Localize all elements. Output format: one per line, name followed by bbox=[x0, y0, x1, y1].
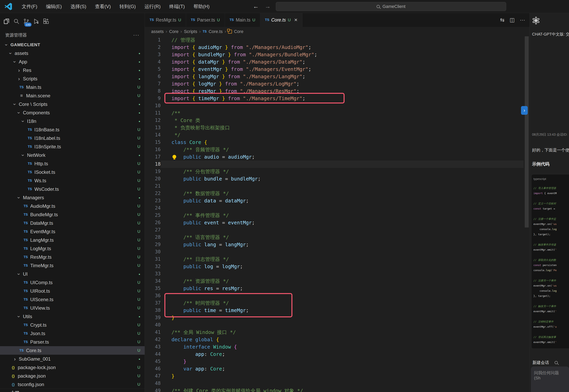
tab-main-ts[interactable]: TSMain.tsU bbox=[225, 13, 260, 27]
tree-file-datamgr-ts[interactable]: TSDataMgr.tsU bbox=[0, 219, 145, 227]
tree-file-audiomgr-ts[interactable]: TSAudioMgr.tsU bbox=[0, 202, 145, 210]
menu-r[interactable]: 运行(R) bbox=[140, 0, 165, 13]
tree-file-main-ts[interactable]: TSMain.tsU bbox=[0, 83, 145, 91]
more-actions-icon[interactable]: ··· bbox=[133, 32, 140, 38]
tree-file-package-lock-json[interactable]: {}package-lock.jsonU bbox=[0, 363, 145, 372]
typescript-file-icon: TS bbox=[229, 18, 234, 22]
tab-core-ts[interactable]: TSCore.tsU× bbox=[260, 13, 302, 27]
nav-forward-button[interactable]: → bbox=[263, 0, 272, 13]
tree-file-http-ts[interactable]: TSHttp.tsU bbox=[0, 159, 145, 168]
editor-code-area[interactable]: 1// 管理器2import { audioMgr } from "./Mana… bbox=[145, 36, 529, 392]
menu-f[interactable]: 文件(F) bbox=[17, 0, 42, 13]
tree-file-main-scene[interactable]: ≡Main.sceneU bbox=[0, 91, 145, 100]
tree-file-i18nsprite-ts[interactable]: TSI18nSprite.tsU bbox=[0, 142, 145, 151]
tree-folder-core-scripts[interactable]: ›Core \ Scripts● bbox=[0, 100, 145, 108]
tree-folder-scripts[interactable]: ›Scripts● bbox=[0, 74, 145, 83]
tree-file-i18nbase-ts[interactable]: TSI18nBase.tsU bbox=[0, 126, 145, 134]
tree-folder-utils[interactable]: ›Utils● bbox=[0, 312, 145, 321]
activity-bar: 100 bbox=[0, 13, 145, 30]
menu-t[interactable]: 终端(T) bbox=[165, 0, 189, 13]
tab-resmgr-ts[interactable]: TSResMgr.tsU bbox=[145, 13, 186, 27]
tree-file-logmgr-ts[interactable]: TSLogMgr.tsU bbox=[0, 244, 145, 253]
tree-file-langmgr-ts[interactable]: TSLangMgr.tsU bbox=[0, 236, 145, 244]
tree-folder-components[interactable]: ›Components● bbox=[0, 108, 145, 117]
menu-h[interactable]: 帮助(H) bbox=[189, 0, 214, 13]
extensions-icon[interactable] bbox=[41, 15, 51, 28]
tree-folder-network[interactable]: ›NetWork● bbox=[0, 151, 145, 159]
tree-file-tsconfig-json[interactable]: {}tsconfig.jsonU bbox=[0, 380, 145, 389]
scene-file-icon: ≡ bbox=[18, 93, 25, 98]
line-number: 31 bbox=[145, 255, 161, 263]
assistant-input[interactable]: 问我任何问题 (Sh bbox=[531, 366, 569, 392]
tree-file-core-ts[interactable]: TSCore.tsU bbox=[0, 346, 145, 355]
tree-file-timemgr-ts[interactable]: TSTimeMgr.tsU bbox=[0, 261, 145, 270]
tree-folder-app[interactable]: ›App● bbox=[0, 57, 145, 66]
explorer-icon[interactable] bbox=[1, 15, 12, 28]
assistant-code-line-31: eventMgr.emit(' bbox=[533, 340, 569, 345]
menu-v[interactable]: 查看(V) bbox=[91, 0, 115, 13]
menubar: 文件(F)编辑(E)选择(S)查看(V)转到(G)运行(R)终端(T)帮助(H) bbox=[17, 0, 214, 13]
tree-folder-item[interactable]: ›大纲 bbox=[0, 389, 145, 392]
code-line-31: 31 /** 日志管理器 */ bbox=[145, 255, 529, 263]
git-status-badge: ● bbox=[139, 154, 140, 157]
split-editor-icon[interactable]: ◫ bbox=[510, 17, 515, 23]
command-center-search[interactable]: GameClient bbox=[276, 2, 506, 11]
tree-file-bundlemgr-ts[interactable]: TSBundleMgr.tsU bbox=[0, 210, 145, 219]
breadcrumb-item-symbol[interactable]: Core bbox=[234, 29, 243, 34]
panel-collapse-button[interactable]: › bbox=[521, 106, 528, 115]
tree-folder-gameclient[interactable]: ›GAMECLIENT bbox=[0, 41, 145, 49]
breadcrumb-item-file[interactable]: Core.ts bbox=[209, 29, 223, 34]
tab-close-icon[interactable]: × bbox=[294, 18, 297, 22]
tree-file-eventmgr-ts[interactable]: TSEventMgr.tsU bbox=[0, 227, 145, 236]
code-line-14: 14 */ bbox=[145, 131, 529, 139]
assistant-search-icon[interactable] bbox=[555, 361, 558, 364]
assistant-code-line-4: // 定义一个目标对 bbox=[533, 201, 569, 206]
annotation-box-time-property bbox=[164, 293, 292, 317]
source-control-icon[interactable]: 100 bbox=[21, 15, 31, 28]
tree-file-package-json[interactable]: {}package.jsonU bbox=[0, 372, 145, 380]
tree-folder-subgame-001[interactable]: ›SubGame_001● bbox=[0, 355, 145, 363]
tree-folder-res[interactable]: ›Res● bbox=[0, 66, 145, 74]
tree-file-uicomp-ts[interactable]: TSUIComp.tsU bbox=[0, 278, 145, 287]
assistant-code-line-23 bbox=[533, 299, 569, 304]
tree-file-parser-ts[interactable]: TSParser.tsU bbox=[0, 338, 145, 346]
breadcrumb-separator: › bbox=[225, 29, 226, 34]
breadcrumb-item-core[interactable]: Core bbox=[169, 29, 179, 34]
tab-parser-ts[interactable]: TSParser.tsU bbox=[186, 13, 225, 27]
line-number: 22 bbox=[145, 190, 161, 197]
git-status-badge: U bbox=[138, 323, 140, 327]
tree-file-uiview-ts[interactable]: TSUIView.tsU bbox=[0, 304, 145, 312]
breadcrumb-item-scripts[interactable]: Scripts bbox=[184, 29, 197, 34]
tree-folder-i18n[interactable]: ›I18n● bbox=[0, 117, 145, 126]
tree-folder-ui[interactable]: ›UI● bbox=[0, 270, 145, 278]
tree-file-json-ts[interactable]: TSJson.tsU bbox=[0, 329, 145, 338]
line-number: 26 bbox=[145, 219, 161, 226]
tree-file-uiscene-ts[interactable]: TSUIScene.tsU bbox=[0, 295, 145, 304]
tree-file-resmgr-ts[interactable]: TSResMgr.tsU bbox=[0, 253, 145, 261]
tree-file-ws-ts[interactable]: TSWs.tsU bbox=[0, 176, 145, 185]
nav-back-button[interactable]: ← bbox=[251, 0, 260, 13]
search-view-icon[interactable] bbox=[12, 15, 21, 28]
tree-file-crypt-ts[interactable]: TSCrypt.tsU bbox=[0, 321, 145, 329]
vscode-logo-icon bbox=[4, 2, 12, 11]
editor-scrollbar[interactable] bbox=[525, 36, 529, 227]
editor-more-actions-icon[interactable]: ··· bbox=[520, 17, 525, 23]
tree-folder-managers[interactable]: ›Managers● bbox=[0, 193, 145, 202]
typescript-file-icon: TS bbox=[203, 30, 207, 33]
git-status-badge: U bbox=[138, 246, 140, 251]
diff-editor-icon[interactable]: ⇆ bbox=[500, 17, 505, 23]
breadcrumb-item-assets[interactable]: assets bbox=[151, 29, 164, 34]
run-debug-icon[interactable] bbox=[31, 15, 41, 28]
menu-g[interactable]: 转到(G) bbox=[115, 0, 140, 13]
tree-file-uiroot-ts[interactable]: TSUIRoot.tsU bbox=[0, 287, 145, 295]
tree-file-isocket-ts[interactable]: TSISocket.tsU bbox=[0, 168, 145, 176]
tree-file-i18nlabel-ts[interactable]: TSI18nLabel.tsU bbox=[0, 134, 145, 142]
new-chat-button[interactable]: 新建会话 bbox=[532, 360, 549, 365]
lightbulb-icon[interactable] bbox=[172, 155, 176, 159]
menu-s[interactable]: 选择(S) bbox=[66, 0, 91, 13]
tree-file-wscoder-ts[interactable]: TSWsCoder.tsU bbox=[0, 185, 145, 193]
tree-folder-assets[interactable]: ›assets● bbox=[0, 49, 145, 57]
git-status-badge: ● bbox=[139, 77, 140, 80]
menu-e[interactable]: 编辑(E) bbox=[42, 0, 66, 13]
code-line-15: 15class Core { bbox=[145, 139, 529, 146]
